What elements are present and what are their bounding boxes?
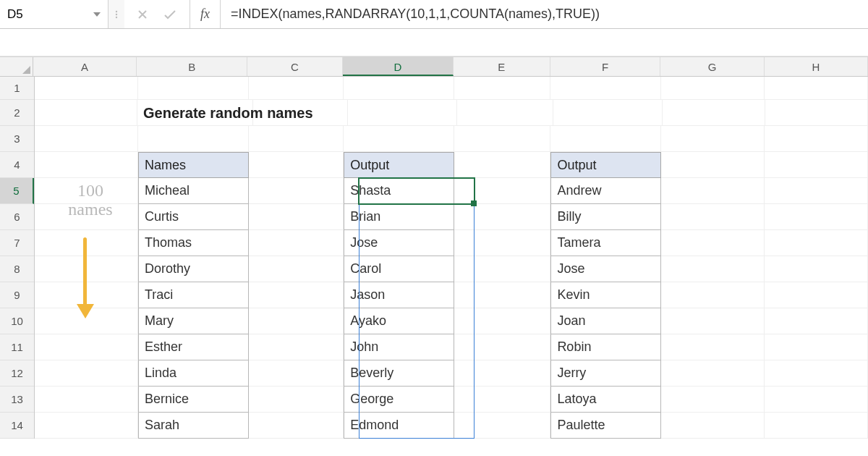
name-box-dropdown-icon[interactable] [89, 7, 105, 22]
cell-C11[interactable] [249, 334, 344, 360]
cell-A2[interactable] [35, 100, 137, 126]
output1-cell[interactable]: Brian [344, 204, 454, 230]
cell-H3[interactable] [765, 126, 868, 152]
output2-cell[interactable]: Joan [550, 308, 661, 334]
cell-E13[interactable] [454, 387, 551, 413]
cell-G5[interactable] [661, 178, 765, 204]
cell-G9[interactable] [661, 282, 765, 308]
output2-cell[interactable]: Kevin [550, 282, 661, 308]
cell-G2[interactable] [663, 100, 765, 126]
output1-cell[interactable]: Jason [344, 282, 454, 308]
output2-cell[interactable]: Andrew [550, 178, 661, 204]
col-header-B[interactable]: B [137, 57, 247, 76]
output1-cell[interactable]: Carol [344, 256, 454, 282]
col-header-H[interactable]: H [765, 57, 868, 76]
cell-C6[interactable] [249, 204, 344, 230]
cell-H13[interactable] [765, 387, 868, 413]
select-all-corner[interactable] [0, 57, 33, 76]
cell-E8[interactable] [454, 256, 551, 282]
output1-cell[interactable]: George [344, 387, 454, 413]
cell-H10[interactable] [765, 308, 868, 334]
names-cell[interactable]: Traci [138, 282, 249, 308]
output1-cell[interactable]: Ayako [344, 308, 454, 334]
names-cell[interactable]: Curtis [138, 204, 249, 230]
row-header-4[interactable]: 4 [0, 152, 34, 178]
row-header-13[interactable]: 13 [0, 387, 34, 413]
cell-E6[interactable] [454, 204, 551, 230]
row-header-5[interactable]: 5 [0, 178, 34, 204]
output1-cell[interactable]: Beverly [344, 360, 454, 387]
names-cell[interactable]: Esther [138, 334, 249, 360]
col-header-F[interactable]: F [550, 57, 661, 76]
cell-D2[interactable] [348, 100, 457, 126]
cell-H4[interactable] [765, 152, 868, 178]
cell-B3[interactable] [138, 126, 249, 152]
col-header-A[interactable]: A [33, 57, 137, 76]
cell-A6[interactable] [35, 204, 138, 230]
grid[interactable]: Generate random names [35, 77, 868, 456]
fx-icon[interactable]: fx [190, 0, 221, 28]
output2-cell[interactable]: Tamera [550, 230, 661, 256]
cell-C8[interactable] [249, 256, 344, 282]
row-header-10[interactable]: 10 [0, 308, 34, 334]
cell-C2[interactable] [253, 100, 348, 126]
cell-A13[interactable] [35, 387, 138, 413]
names-cell[interactable]: Dorothy [138, 256, 249, 282]
names-cell[interactable]: Mary [138, 308, 249, 334]
cell-E5[interactable] [454, 178, 551, 204]
cell-H7[interactable] [765, 230, 868, 256]
names-cell[interactable]: Micheal [138, 178, 249, 204]
cell-E12[interactable] [454, 360, 551, 387]
row-header-2[interactable]: 2 [0, 100, 34, 126]
cell-C12[interactable] [249, 360, 344, 387]
cell-E11[interactable] [454, 334, 551, 360]
cell-E3[interactable] [454, 126, 551, 152]
cell-E1[interactable] [454, 77, 551, 100]
cell-C9[interactable] [249, 282, 344, 308]
cell-G1[interactable] [661, 77, 765, 100]
cell-A1[interactable] [35, 77, 138, 100]
names-cell[interactable]: Thomas [138, 230, 249, 256]
cell-C7[interactable] [249, 230, 344, 256]
cell-A4[interactable] [35, 152, 138, 178]
col-header-E[interactable]: E [454, 57, 550, 76]
cell-B1[interactable] [138, 77, 249, 100]
cell-F3[interactable] [550, 126, 661, 152]
cell-C13[interactable] [249, 387, 344, 413]
cell-G10[interactable] [661, 308, 765, 334]
row-header-11[interactable]: 11 [0, 334, 34, 360]
output1-cell[interactable]: Jose [344, 230, 454, 256]
names-header[interactable]: Names [138, 152, 249, 178]
names-cell[interactable]: Sarah [138, 413, 249, 439]
sheet-title[interactable]: Generate random names [137, 100, 253, 126]
enter-icon[interactable] [163, 9, 176, 20]
cell-E14[interactable] [454, 413, 551, 439]
row-header-12[interactable]: 12 [0, 360, 34, 387]
cell-E7[interactable] [454, 230, 551, 256]
cell-C14[interactable] [249, 413, 344, 439]
cell-E10[interactable] [454, 308, 551, 334]
cell-H6[interactable] [765, 204, 868, 230]
cell-C3[interactable] [249, 126, 344, 152]
cell-H14[interactable] [765, 413, 868, 439]
names-cell[interactable]: Linda [138, 360, 249, 387]
cell-H11[interactable] [765, 334, 868, 360]
cell-G12[interactable] [661, 360, 765, 387]
cell-G13[interactable] [661, 387, 765, 413]
row-header-7[interactable]: 7 [0, 230, 34, 256]
cell-G4[interactable] [661, 152, 765, 178]
cell-A9[interactable] [35, 282, 138, 308]
output1-cell[interactable]: Edmond [344, 413, 454, 439]
cell-D3[interactable] [344, 126, 454, 152]
cell-E4[interactable] [454, 152, 551, 178]
cell-A7[interactable] [35, 230, 138, 256]
output2-cell[interactable]: Robin [550, 334, 661, 360]
cell-G14[interactable] [661, 413, 765, 439]
col-header-G[interactable]: G [660, 57, 764, 76]
cell-A11[interactable] [35, 334, 138, 360]
cell-C4[interactable] [249, 152, 344, 178]
cell-F1[interactable] [550, 77, 661, 100]
cell-E9[interactable] [454, 282, 551, 308]
row-header-1[interactable]: 1 [0, 77, 34, 100]
cell-G8[interactable] [661, 256, 765, 282]
